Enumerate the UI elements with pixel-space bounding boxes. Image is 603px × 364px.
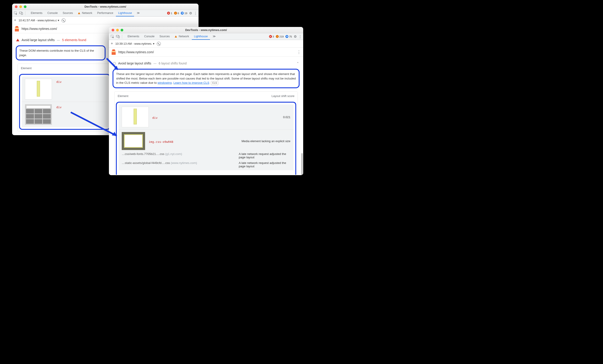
warning-icon <box>16 39 19 41</box>
elements-callout: div 0.021 img.css-o9w048 Media element l… <box>116 102 296 175</box>
close-icon[interactable] <box>15 5 18 8</box>
zoom-icon[interactable] <box>121 29 123 32</box>
titlebar[interactable]: DevTools - www.nytimes.com/ <box>12 4 198 10</box>
add-icon[interactable]: + <box>14 18 16 23</box>
col-element: Element <box>21 67 32 70</box>
tabs-overflow-icon[interactable]: ≫ <box>135 10 142 16</box>
element-thumbnail <box>25 79 52 100</box>
issues-badge[interactable]: ⚑19 <box>181 12 187 15</box>
warnings-badge[interactable]: !6 <box>174 12 179 15</box>
elements-table: Element Layout shift score div 0.021 img… <box>114 91 298 175</box>
inspect-icon[interactable] <box>13 11 18 15</box>
more-icon[interactable]: ⋮ <box>299 34 302 39</box>
audit-description-callout: These DOM elements contribute most to th… <box>16 45 105 60</box>
titlebar[interactable]: DevTools - www.nytimes.com/ <box>109 27 303 33</box>
cause-domain: (www.nytimes.com) <box>171 161 197 165</box>
chevron-up-icon: ⌃ <box>296 62 299 65</box>
gear-icon[interactable]: ⚙ <box>189 11 192 15</box>
run-select[interactable]: 10:39:13 AM - www.nytimes. ▾ <box>116 42 155 45</box>
issues-badge[interactable]: ⚑75 <box>285 35 292 38</box>
element-code: div <box>56 105 61 109</box>
chevron-down-icon: ▾ <box>153 42 154 45</box>
scrollbar[interactable] <box>301 153 303 175</box>
clear-icon[interactable] <box>157 42 161 46</box>
tab-elements[interactable]: Elements <box>125 34 141 40</box>
col-score: Layout shift score <box>271 94 294 98</box>
more-icon[interactable]: ⋮ <box>194 11 197 15</box>
score-value: 0.021 <box>283 115 290 119</box>
audit-item[interactable]: Avoid large layout shifts — 6 layout shi… <box>112 60 300 67</box>
add-icon[interactable]: + <box>111 41 113 46</box>
zoom-icon[interactable] <box>24 5 26 8</box>
divider <box>25 11 25 15</box>
run-label: 10:39:13 AM - www.nytimes. <box>116 42 152 45</box>
link-learn-cls[interactable]: Learn how to improve CLS <box>173 81 209 84</box>
audit-subtext: 6 layout shifts found <box>159 62 187 65</box>
cause-row: …css/web-fonts.7705b21….css (g1.nyt.com)… <box>122 150 290 159</box>
device-toggle-icon[interactable] <box>19 11 23 15</box>
element-code: div <box>56 80 61 83</box>
tab-network[interactable]: Network <box>76 10 94 16</box>
elements-callout: div div <box>19 74 110 130</box>
col-element: Element <box>118 94 128 98</box>
run-label: 10:41:57 AM - www.nytimes.c <box>19 19 57 22</box>
gear-icon[interactable]: ⚙ <box>294 34 297 39</box>
tab-network[interactable]: Network <box>173 34 191 40</box>
cause-file: …css/web-fonts.7705b21….css <box>122 152 164 156</box>
svg-rect-5 <box>118 36 119 38</box>
tabs-overflow-icon[interactable]: ≫ <box>210 33 218 40</box>
cause-file: …static-assets/global-f449cfd….css <box>122 161 170 165</box>
audit-subtext: 5 elements found <box>62 38 86 42</box>
tab-lighthouse[interactable]: Lighthouse <box>116 10 134 16</box>
warnings-count: 6 <box>178 12 179 15</box>
audit-title: Avoid large layout shifts <box>118 62 151 65</box>
table-row[interactable]: img.css-o9w048 Media element lacking an … <box>119 130 293 170</box>
url-text: https://www.nytimes.com/ <box>118 50 154 54</box>
minimize-icon[interactable] <box>116 29 119 32</box>
url-bar: https://www.nytimes.com/ ⋮ <box>109 48 303 57</box>
close-icon[interactable] <box>112 29 114 32</box>
issues-count: 19 <box>184 12 187 15</box>
element-thumbnail <box>122 132 145 150</box>
issues-count: 75 <box>289 35 292 38</box>
tab-console[interactable]: Console <box>142 34 157 40</box>
tab-lighthouse[interactable]: Lighthouse <box>192 34 210 40</box>
device-toggle-icon[interactable] <box>116 34 120 39</box>
audit-description: These DOM elements contribute most to th… <box>19 48 102 57</box>
cause-note: A late network request adjusted the page… <box>239 152 290 159</box>
warnings-count: 219 <box>279 35 284 38</box>
table-row[interactable]: div <box>22 77 108 102</box>
audit-description: These are the largest layout shifts obse… <box>116 72 296 85</box>
window-title: DevTools - www.nytimes.com/ <box>12 5 198 8</box>
tab-elements[interactable]: Elements <box>29 10 45 16</box>
audit-description-callout: These are the largest layout shifts obse… <box>113 69 300 88</box>
element-code: img.css-o9w048 <box>149 140 173 144</box>
cause-row: …static-assets/global-f449cfd….css (www.… <box>122 159 290 168</box>
elements-table: Element div div <box>18 64 112 131</box>
cause-note: Media element lacking an explicit size <box>242 139 290 143</box>
minimize-icon[interactable] <box>19 5 22 8</box>
cause-note: A late network request adjusted the page… <box>239 161 290 168</box>
neutral-icon <box>113 62 116 65</box>
tab-performance[interactable]: Performance <box>95 10 116 16</box>
errors-badge[interactable]: ✕1 <box>167 12 172 15</box>
cause-domain: (g1.nyt.com) <box>165 152 182 156</box>
url-text: https://www.nytimes.com/ <box>22 27 57 31</box>
table-row[interactable]: div 0.021 <box>119 104 293 130</box>
link-windowing[interactable]: windowing <box>158 81 172 84</box>
more-icon[interactable]: ⋮ <box>297 50 301 55</box>
table-header: Element Layout shift score <box>115 92 298 100</box>
warnings-badge[interactable]: !219 <box>276 35 284 38</box>
tab-console[interactable]: Console <box>45 10 60 16</box>
tab-sources[interactable]: Sources <box>157 34 172 40</box>
clear-icon[interactable] <box>61 18 66 23</box>
inspect-icon[interactable] <box>110 34 115 39</box>
run-select[interactable]: 10:41:57 AM - www.nytimes.c ▾ <box>19 19 59 22</box>
tab-network-label: Network <box>82 11 92 15</box>
errors-badge[interactable]: ✕3 <box>269 35 274 38</box>
lighthouse-run-bar: + 10:41:57 AM - www.nytimes.c ▾ <box>12 17 198 24</box>
dash: — <box>154 62 157 65</box>
tab-sources[interactable]: Sources <box>60 10 75 16</box>
table-row[interactable]: div <box>22 102 108 127</box>
audit-title: Avoid large layout shifts <box>22 38 55 42</box>
